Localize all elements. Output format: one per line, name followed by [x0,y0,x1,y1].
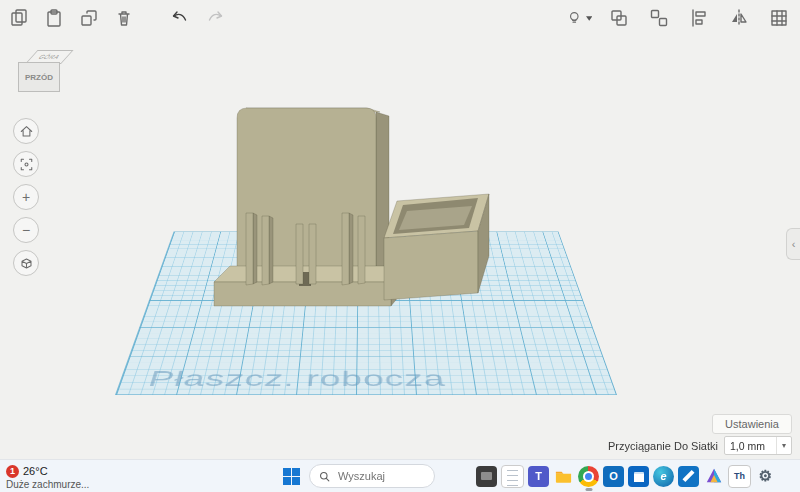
show-all-icon [566,8,583,28]
pinned-apps: T O e [476,465,776,488]
delete-button[interactable] [111,5,137,31]
top-toolbar [0,0,800,36]
group-icon [609,8,629,28]
file-explorer-icon[interactable] [553,466,574,487]
undo-button[interactable] [167,5,193,31]
notepad-icon[interactable] [501,465,524,488]
show-all-button[interactable] [566,5,592,31]
home-view-button[interactable] [13,118,39,144]
ungroup-button[interactable] [646,5,672,31]
perspective-toggle-button[interactable] [13,250,39,276]
align-button[interactable] [686,5,712,31]
outlook-icon[interactable]: O [603,466,624,487]
duplicate-button[interactable] [76,5,102,31]
grid-icon [769,8,789,28]
search-input[interactable] [336,469,410,483]
edge-icon[interactable]: e [653,466,674,487]
zoom-in-button[interactable]: + [13,184,39,210]
paste-icon [44,8,64,28]
weather-description: Duże zachmurze... [6,479,136,490]
undo-icon [170,8,190,28]
taskbar-center: T O e [278,460,776,492]
trash-icon [114,8,134,28]
windows-logo-icon [283,468,300,485]
tinkercad-editor: GÓRA PRZÓD + − Płaszcz. robocza [0,0,800,492]
weather-temp: 26°C [23,465,48,477]
redo-button[interactable] [202,5,228,31]
mirror-icon [729,8,749,28]
snap-grid-value: 1,0 mm [725,440,776,452]
arrange-tools-group [566,5,792,31]
chrome-icon-center [585,473,592,480]
chevron-left-icon: ‹ [792,238,796,250]
mirror-button[interactable] [726,5,752,31]
running-indicator [585,488,592,491]
chrome-icon[interactable] [578,466,599,487]
copy-icon [9,8,29,28]
grid-settings-button[interactable] [766,5,792,31]
group-button[interactable] [606,5,632,31]
workplane-grid[interactable]: Płaszcz. robocza [115,231,617,395]
fit-view-button[interactable] [13,151,39,177]
snap-grid-select[interactable]: 1,0 mm ▾ [724,436,792,455]
settings-gear-icon[interactable]: ⚙ [755,466,776,487]
align-icon [689,8,709,28]
teams-icon[interactable]: T [528,466,549,487]
home-icon [19,124,34,139]
paste-button[interactable] [41,5,67,31]
workplane-watermark: Płaszcz. robocza [145,367,447,391]
weather-widget[interactable]: 1 26°C Duże zachmurze... [6,464,136,490]
snap-caret-icon[interactable]: ▾ [776,437,791,454]
fit-view-icon [19,157,34,172]
settings-button[interactable]: Ustawienia [712,414,792,434]
graphics-app-icon[interactable] [703,466,724,487]
search-icon [318,470,331,483]
graphics-triangle-icon [705,467,723,485]
vscode-icon[interactable] [678,466,699,487]
view-cube[interactable]: GÓRA PRZÓD [16,50,68,100]
perspective-cube-icon [19,256,34,271]
redo-icon [205,8,225,28]
ungroup-icon [649,8,669,28]
folder-icon [554,467,573,486]
notification-badge: 1 [6,465,19,478]
taskbar-search[interactable] [309,464,435,488]
duplicate-icon [79,8,99,28]
thonny-icon[interactable]: Th [728,465,751,488]
microsoft-store-icon[interactable] [628,466,649,487]
chevron-down-icon [586,16,592,21]
edit-tools-group [6,5,228,31]
zoom-out-button[interactable]: − [13,217,39,243]
start-button[interactable] [278,463,304,489]
windows-taskbar: 1 26°C Duże zachmurze... [0,459,800,492]
copy-button[interactable] [6,5,32,31]
snap-grid-label: Przyciąganie Do Siatki [608,440,718,452]
chrome-icon-ring [583,471,594,482]
view-nav-rail: + − [13,118,39,276]
view-cube-front-face[interactable]: PRZÓD [18,62,60,92]
snap-controls: Przyciąganie Do Siatki 1,0 mm ▾ [608,436,792,455]
panel-expand-tab[interactable]: ‹ [786,228,800,260]
task-view-icon[interactable] [476,466,497,487]
